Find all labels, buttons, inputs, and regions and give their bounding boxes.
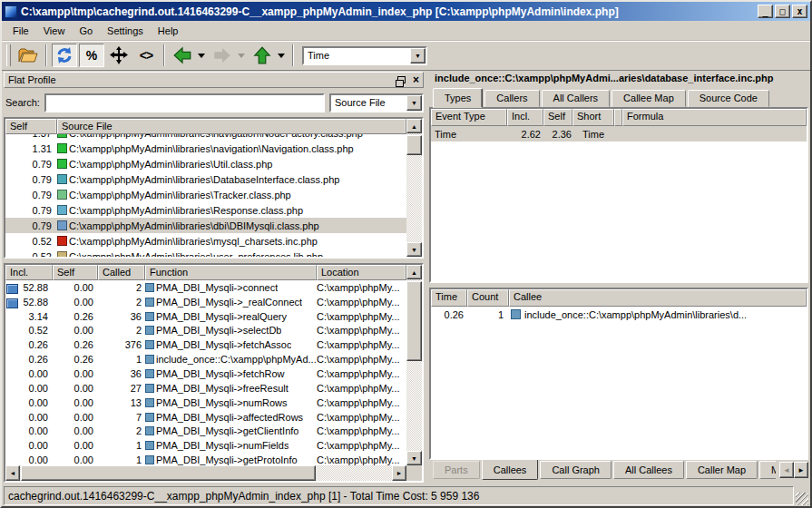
maximize-button[interactable]: □ <box>775 5 790 18</box>
tab-scroll-right-button[interactable]: ► <box>794 462 808 478</box>
combobox-dropdown-button[interactable]: ▼ <box>406 95 422 111</box>
file-path-cell: C:\xampp\phpMyAdmin\libraries\navigation… <box>69 134 406 139</box>
open-file-button[interactable] <box>15 44 41 67</box>
reload-button[interactable] <box>52 44 77 67</box>
relative-percent-toggle[interactable]: % <box>79 44 104 67</box>
function-row[interactable]: 0.00 0.00 2 PMA_DBI_Mysqli->getClientInf… <box>5 424 406 438</box>
source-file-row[interactable]: 0.79 C:\xampp\phpMyAdmin\libraries\dbi\D… <box>5 218 406 233</box>
combobox-dropdown-button[interactable]: ▼ <box>410 48 426 64</box>
column-header-self[interactable]: Self <box>543 109 572 126</box>
column-header-short[interactable]: Short <box>572 109 614 126</box>
event-type-combobox[interactable]: Time ▼ <box>302 46 427 65</box>
tab-scroll-left-button[interactable]: ◄ <box>779 462 794 478</box>
menu-item[interactable]: Go <box>72 23 100 39</box>
detail-tab[interactable]: Types <box>433 88 483 108</box>
function-row[interactable]: 0.00 0.00 13 PMA_DBI_Mysqli->numRows C:\… <box>5 396 406 410</box>
function-row[interactable]: 0.26 0.26 1 include_once::C:\xampp\phpMy… <box>5 352 406 366</box>
function-table-vscrollbar[interactable]: ▲ ▼ <box>406 265 422 465</box>
minimize-button[interactable]: _ <box>758 5 773 18</box>
function-row[interactable]: 52.88 0.00 2 PMA_DBI_Mysqli->_realConnec… <box>5 295 406 309</box>
detail-tab[interactable]: Callers <box>484 90 539 107</box>
file-list-vscrollbar[interactable]: ▲ ▼ <box>406 119 422 257</box>
menu-item[interactable]: Help <box>151 23 186 39</box>
column-header-formula[interactable]: Formula <box>622 109 807 126</box>
cycle-detection-button[interactable]: <> <box>133 44 159 67</box>
scroll-up-button[interactable]: ▲ <box>406 265 422 279</box>
menu-item[interactable]: View <box>36 23 73 39</box>
detail-tab[interactable]: All Callers <box>542 90 611 107</box>
bottom-tab[interactable]: Caller Map <box>686 461 758 479</box>
up-button[interactable] <box>249 44 275 67</box>
source-file-row[interactable]: 0.79 C:\xampp\phpMyAdmin\libraries\Track… <box>5 187 406 202</box>
function-row[interactable]: 3.14 0.26 36 PMA_DBI_Mysqli->realQuery C… <box>5 309 406 324</box>
up-dropdown-arrow[interactable] <box>278 54 285 58</box>
column-header-incl[interactable]: Incl. <box>5 265 53 280</box>
toolbar-handle[interactable] <box>6 44 11 66</box>
event-type-row[interactable]: Time 2.62 2.36 Time <box>431 126 807 142</box>
source-file-row[interactable]: 0.79 C:\xampp\phpMyAdmin\libraries\Datab… <box>5 171 406 187</box>
column-header-time[interactable]: Time <box>431 289 467 307</box>
file-cost-icon <box>57 190 67 200</box>
function-icon <box>145 426 154 435</box>
function-row[interactable]: 0.00 0.00 36 PMA_DBI_Mysqli->fetchRow C:… <box>5 366 406 381</box>
called-count-cell: 2 <box>98 282 145 293</box>
source-file-row[interactable]: 1.37 C:\xampp\phpMyAdmin\libraries\navig… <box>5 134 406 141</box>
bottom-tab[interactable]: Machine Code <box>759 461 776 479</box>
column-header-called[interactable]: Called <box>98 265 145 280</box>
bottom-tab[interactable]: Callees <box>482 460 539 480</box>
menu-item[interactable]: Settings <box>100 23 151 39</box>
grouping-combobox[interactable]: Source File ▼ <box>329 93 424 112</box>
source-file-row[interactable]: 1.31 C:\xampp\phpMyAdmin\libraries\navig… <box>5 141 406 156</box>
function-row[interactable]: 0.00 0.00 1 PMA_DBI_Mysqli->getProtoInfo… <box>5 453 406 465</box>
source-file-row[interactable]: 0.52 C:\xampp\phpMyAdmin\libraries\mysql… <box>5 233 406 249</box>
column-header-location[interactable]: Location <box>317 265 406 280</box>
function-row[interactable]: 0.00 0.00 1 PMA_DBI_Mysqli->numFields C:… <box>5 438 406 453</box>
scroll-up-button[interactable]: ▲ <box>406 119 422 133</box>
column-header-incl[interactable]: Incl. <box>507 109 543 126</box>
function-row[interactable]: 0.52 0.00 2 PMA_DBI_Mysqli->selectDb C:\… <box>5 324 406 338</box>
dock-close-icon[interactable]: × <box>413 75 419 84</box>
back-dropdown-arrow[interactable] <box>198 54 205 58</box>
titlebar[interactable]: C:\xampp\tmp\cachegrind.out.1416463299-C… <box>2 2 810 21</box>
function-row[interactable]: 52.88 0.00 2 PMA_DBI_Mysqli->connect C:\… <box>5 280 406 295</box>
column-header-event-type[interactable]: Event Type <box>431 109 507 126</box>
source-file-row[interactable]: 0.52 C:\xampp\phpMyAdmin\libraries\user_… <box>5 249 406 257</box>
dock-float-icon[interactable] <box>397 76 406 83</box>
source-file-row[interactable]: 0.79 C:\xampp\phpMyAdmin\libraries\Util.… <box>5 156 406 171</box>
scroll-left-button[interactable]: ◄ <box>5 465 20 481</box>
column-header-self[interactable]: Self <box>53 265 98 280</box>
callee-row[interactable]: 0.26 1 include_once::C:\xampp\phpMyAdmin… <box>431 307 807 322</box>
resize-grip[interactable] <box>796 493 808 505</box>
function-row[interactable]: 0.00 0.00 27 PMA_DBI_Mysqli->freeResult … <box>5 381 406 396</box>
column-header-callee[interactable]: Callee <box>509 289 807 307</box>
detail-tab[interactable]: Source Code <box>688 90 769 107</box>
scroll-down-button[interactable]: ▼ <box>406 242 422 257</box>
function-table-hscrollbar[interactable]: ◄ ► <box>5 465 406 481</box>
expand-all-button[interactable] <box>106 44 132 67</box>
function-row[interactable]: 0.26 0.26 376 PMA_DBI_Mysqli->fetchAssoc… <box>5 337 406 352</box>
bottom-tab[interactable]: Call Graph <box>540 461 611 479</box>
menu-item[interactable]: File <box>5 23 36 39</box>
scroll-down-button[interactable]: ▼ <box>406 451 422 465</box>
detail-tab[interactable]: Callee Map <box>611 90 686 107</box>
column-header-self[interactable]: Self <box>5 119 57 134</box>
back-button[interactable] <box>170 44 195 67</box>
bottom-tab[interactable]: All Callees <box>613 461 684 479</box>
forward-dropdown-arrow[interactable] <box>238 54 245 58</box>
column-header-function[interactable]: Function <box>145 265 317 280</box>
source-file-row[interactable]: 0.79 C:\xampp\phpMyAdmin\libraries\Respo… <box>5 202 406 218</box>
column-header-count[interactable]: Count <box>467 289 509 307</box>
function-row[interactable]: 0.00 0.00 7 PMA_DBI_Mysqli->affectedRows… <box>5 410 406 425</box>
scroll-thumb[interactable] <box>406 135 422 155</box>
forward-button[interactable] <box>210 44 235 67</box>
dock-header[interactable]: Flat Profile × <box>4 72 424 88</box>
close-button[interactable]: x <box>792 5 807 18</box>
scroll-right-button[interactable]: ► <box>392 465 406 481</box>
search-input[interactable] <box>44 93 325 112</box>
incl-cost-cell: 0.00 <box>5 440 53 451</box>
column-header-source-file[interactable]: Source File <box>57 119 406 134</box>
scroll-thumb[interactable] <box>21 465 316 481</box>
location-cell: C:\xampp\phpMy... <box>317 425 406 436</box>
scroll-thumb[interactable] <box>406 281 422 361</box>
bottom-tab[interactable]: Parts <box>433 461 480 479</box>
